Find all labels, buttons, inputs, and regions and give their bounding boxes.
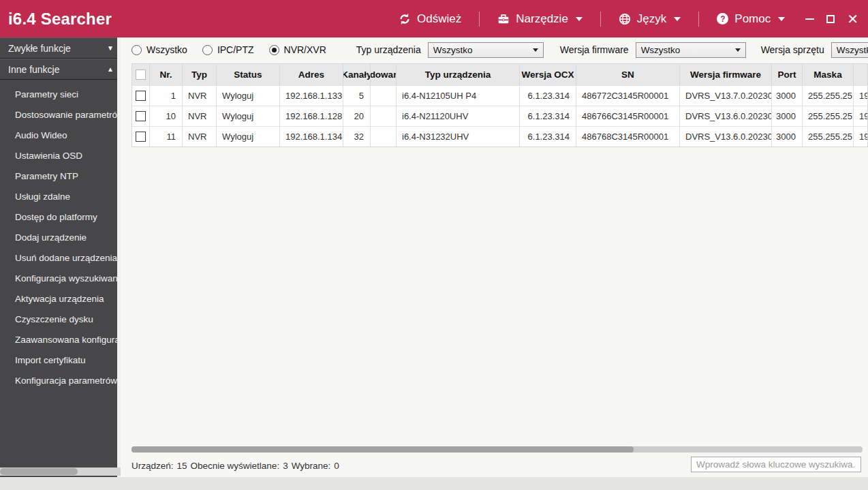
row-checkbox[interactable] bbox=[136, 91, 146, 101]
col-sn[interactable]: SN bbox=[576, 64, 680, 85]
sidebar-item-osd-settings[interactable]: Ustawienia OSD bbox=[0, 145, 121, 166]
table-header-row: Nr. Typ Status Adres Kanały dowar Typ ur… bbox=[132, 64, 867, 85]
row-checkbox[interactable] bbox=[136, 111, 146, 121]
selected-value: Wszystko bbox=[433, 45, 473, 55]
col-typ[interactable]: Typ bbox=[183, 64, 217, 85]
col-nr[interactable]: Nr. bbox=[150, 64, 183, 85]
sidebar-item-search-config[interactable]: Konfiguracja wyszukiwania bbox=[0, 268, 121, 288]
cell-adres: 192.168.1.128 bbox=[280, 106, 343, 126]
cell-maska: 255.255.25... bbox=[803, 106, 854, 126]
col-kanaly[interactable]: Kanały bbox=[343, 64, 371, 85]
displayed-label: Obecnie wyświetlane: bbox=[191, 461, 280, 471]
bottom-strip bbox=[0, 477, 868, 490]
col-adres[interactable]: Adres bbox=[280, 64, 343, 85]
col-wersja-ocx[interactable]: Wersja OCX bbox=[520, 64, 576, 85]
refresh-button[interactable]: Odśwież bbox=[381, 12, 479, 26]
refresh-icon bbox=[399, 13, 411, 25]
sidebar-horizontal-scrollbar[interactable] bbox=[0, 468, 121, 476]
search-box bbox=[691, 457, 861, 472]
firmware-version-filter-label: Wersja firmware bbox=[560, 44, 629, 55]
cell-wersja-ocx: 6.1.23.314 bbox=[520, 127, 576, 147]
language-menu-button[interactable]: Język bbox=[601, 12, 698, 26]
cell-edge-clipped: 19 bbox=[854, 86, 868, 106]
col-typ-urzadzenia[interactable]: Typ urządzenia bbox=[397, 64, 520, 85]
language-label: Język bbox=[637, 12, 666, 26]
table-horizontal-scrollbar[interactable] bbox=[131, 446, 863, 453]
sidebar-item-add-device[interactable]: Dodaj urządzenie bbox=[0, 227, 121, 247]
section-label: Inne funkcje bbox=[8, 64, 60, 75]
devices-label: Urządzeń: bbox=[131, 461, 174, 471]
sidebar-item-disk-cleanup[interactable]: Czyszczenie dysku bbox=[0, 309, 121, 329]
sidebar-section-common-functions[interactable]: Zwykłe funkcje ▼ bbox=[0, 37, 121, 59]
device-type-radio-group: Wszystko IPC/PTZ NVR/XVR bbox=[131, 44, 326, 55]
titlebar-menu: Odśwież Narzędzie bbox=[381, 12, 868, 27]
window-controls: ✕ bbox=[803, 12, 868, 26]
cell-maska: 255.255.25... bbox=[803, 127, 854, 147]
radio-ipc-ptz[interactable]: IPC/PTZ bbox=[202, 44, 254, 55]
sidebar: Zwykłe funkcje ▼ Inne funkcje ▲ Parametr… bbox=[0, 37, 121, 477]
maximize-button[interactable] bbox=[826, 15, 835, 23]
sidebar-section-other-functions[interactable]: Inne funkcje ▲ bbox=[0, 59, 121, 80]
hardware-version-filter-label: Wersja sprzętu bbox=[761, 44, 824, 55]
dropdown-filters: Typ urządzenia Wszystko Wersja firmware … bbox=[356, 42, 868, 58]
sidebar-item-network-params-config[interactable]: Konfiguracja parametrów siec bbox=[0, 370, 121, 391]
tools-label: Narzędzie bbox=[516, 12, 568, 26]
sidebar-item-adjust-network-params[interactable]: Dostosowanie parametrów sie bbox=[0, 104, 121, 125]
close-button[interactable]: ✕ bbox=[847, 12, 858, 26]
radio-all[interactable]: Wszystko bbox=[131, 44, 187, 55]
app-title: i6.4 Searcher bbox=[0, 10, 112, 29]
col-port[interactable]: Port bbox=[772, 64, 803, 85]
col-wersja-firmware[interactable]: Wersja firmware bbox=[680, 64, 772, 85]
sidebar-item-audio-video[interactable]: Audio Wideo bbox=[0, 125, 121, 145]
cell-maska: 255.255.25... bbox=[803, 86, 854, 106]
radio-label: IPC/PTZ bbox=[217, 44, 254, 55]
cell-typ-urzadzenia: i6.4-N31232UHV bbox=[397, 127, 520, 147]
table-row[interactable]: 11 NVR Wyloguj 192.168.1.134 32 i6.4-N31… bbox=[132, 126, 867, 147]
tools-menu-button[interactable]: Narzędzie bbox=[480, 12, 600, 26]
cell-wersja-ocx: 6.1.23.314 bbox=[520, 86, 576, 106]
sidebar-item-ntp-params[interactable]: Parametry NTP bbox=[0, 166, 121, 186]
table-scrollbar-thumb[interactable] bbox=[131, 446, 634, 453]
device-type-select[interactable]: Wszystko bbox=[428, 42, 544, 58]
search-input[interactable] bbox=[691, 457, 861, 472]
minimize-button[interactable] bbox=[805, 18, 814, 20]
sidebar-item-remote-services[interactable]: Usługi zdalne bbox=[0, 186, 121, 206]
sidebar-item-import-certificate[interactable]: Import certyfikatu bbox=[0, 350, 121, 370]
row-checkbox[interactable] bbox=[136, 132, 146, 142]
cell-adres: 192.168.1.133 bbox=[280, 86, 343, 106]
cell-kanaly: 5 bbox=[343, 86, 371, 106]
hardware-version-select[interactable]: Wszystko bbox=[831, 42, 868, 58]
device-type-filter-label: Typ urządzenia bbox=[356, 44, 421, 55]
cell-kanaly: 20 bbox=[343, 106, 371, 126]
table-row[interactable]: 10 NVR Wyloguj 192.168.1.128 20 i6.4-N21… bbox=[132, 106, 867, 126]
select-all-checkbox[interactable] bbox=[136, 70, 146, 80]
sidebar-item-remove-added-devices[interactable]: Usuń dodane urządzenia bbox=[0, 247, 121, 268]
sidebar-item-advanced-config[interactable]: Zaawansowana konfiguracja w bbox=[0, 329, 121, 350]
col-maska[interactable]: Maska bbox=[803, 64, 854, 85]
table-row[interactable]: 1 NVR Wyloguj 192.168.1.133 5 i6.4-N1210… bbox=[132, 85, 867, 106]
col-clipped[interactable]: dowar bbox=[371, 64, 397, 85]
cell-clipped bbox=[371, 106, 397, 126]
radio-label: NVR/XVR bbox=[284, 44, 326, 55]
cell-clipped bbox=[371, 86, 397, 106]
cell-edge-clipped: 19 bbox=[854, 106, 868, 126]
help-menu-button[interactable]: ? Pomoc bbox=[699, 12, 803, 26]
titlebar: i6.4 Searcher Odśwież bbox=[0, 0, 868, 37]
sidebar-item-network-params[interactable]: Parametry sieci bbox=[0, 84, 121, 104]
filter-bar: Wszystko IPC/PTZ NVR/XVR Typ urządzenia … bbox=[131, 38, 868, 61]
firmware-version-select[interactable]: Wszystko bbox=[636, 42, 746, 58]
chevron-down-icon bbox=[778, 17, 785, 21]
sidebar-item-device-activation[interactable]: Aktywacja urządzenia bbox=[0, 288, 121, 309]
row-checkbox-cell bbox=[132, 127, 150, 147]
chevron-down-icon bbox=[533, 48, 538, 52]
sidebar-scrollbar-thumb[interactable] bbox=[0, 468, 78, 475]
sidebar-item-platform-access[interactable]: Dostęp do platformy bbox=[0, 206, 121, 227]
globe-icon bbox=[619, 13, 631, 25]
radio-nvr-xvr[interactable]: NVR/XVR bbox=[269, 44, 326, 55]
cell-adres: 192.168.1.134 bbox=[280, 127, 343, 147]
col-status[interactable]: Status bbox=[217, 64, 280, 85]
radio-label: Wszystko bbox=[146, 44, 187, 55]
chevron-down-icon bbox=[674, 17, 681, 21]
cell-wersja-firmware: DVRS_V13.6.0.20230... bbox=[680, 106, 772, 126]
row-checkbox-cell bbox=[132, 86, 150, 106]
